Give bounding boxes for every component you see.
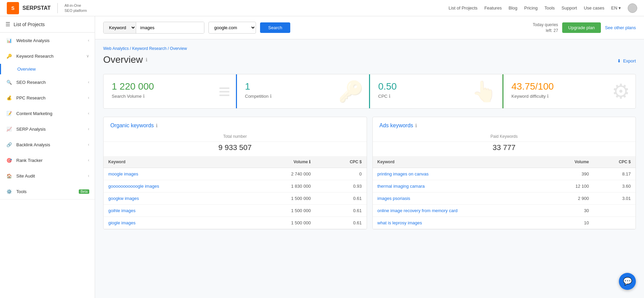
main-content: Keyword google.com Search Today queries …	[95, 16, 644, 298]
logo-area[interactable]: S SERPSTAT All-in-One SEO platform	[7, 2, 87, 14]
difficulty-info[interactable]: ℹ	[547, 93, 549, 99]
keyword-link[interactable]: gooooooooooogle images	[108, 184, 159, 189]
ads-keyword-cell: what is leprosy images	[373, 217, 547, 229]
chat-icon: 💬	[623, 277, 632, 286]
volume-sort-icon[interactable]: ℹ	[309, 160, 311, 164]
volume-cell: 1 830 000	[246, 180, 315, 192]
volume-cell: 1 500 000	[246, 205, 315, 217]
nav-blog[interactable]: Blog	[509, 5, 517, 11]
other-plans-link[interactable]: See other plans	[605, 25, 636, 30]
metrics-row: 1 220 000 Search Volume ℹ ≡ 1 Competitio…	[103, 74, 636, 109]
sidebar-item-backlink-analysis[interactable]: 🔗 Backlink Analysis ‹	[0, 137, 95, 152]
metric-cpc: 0.50 CPC ℹ 👆	[370, 74, 503, 108]
sidebar-item-tools[interactable]: ⚙️ Tools Beta	[0, 184, 95, 199]
breadcrumb-part-1[interactable]: Web Analytics	[103, 46, 129, 51]
rank-tracker-icon: 🎯	[5, 156, 13, 164]
keyword-link[interactable]: moogle images	[108, 171, 138, 176]
sidebar-header[interactable]: ☰ List of Projects	[0, 16, 95, 33]
content-area: Web Analytics / Keyword Research / Overv…	[95, 39, 644, 236]
nav-list-of-projects[interactable]: List of Projects	[448, 5, 477, 11]
table-row: what is leprosy images 10	[373, 217, 636, 229]
sidebar-item-serp-analysis[interactable]: 📈 SERP Analysis ‹	[0, 121, 95, 137]
table-row: goihle images 1 500 000 0.61	[104, 205, 367, 217]
table-row: gooooooooooogle images 1 830 000 0.93	[104, 180, 367, 192]
table-row: giogle images 1 500 000 0.61	[104, 217, 367, 229]
nav-support[interactable]: Support	[562, 5, 577, 11]
chevron-icon-3: ‹	[88, 80, 89, 85]
sidebar-item-keyword-research[interactable]: 🔑 Keyword Research ∨	[0, 48, 95, 64]
ads-volume-cell: 10	[547, 217, 594, 229]
upgrade-plan-button[interactable]: Upgrade plan	[562, 22, 601, 33]
export-button[interactable]: ⬇ Export	[617, 58, 636, 63]
sections-row: Organic keywords ℹ Total number 9 933 50…	[103, 117, 636, 229]
ads-cpc-cell: 3.60	[594, 180, 636, 192]
breadcrumb-sep-2: /	[168, 46, 170, 51]
backlink-analysis-icon: 🔗	[5, 141, 13, 148]
logo-divider	[57, 3, 58, 13]
organic-info-icon[interactable]: ℹ	[156, 123, 158, 128]
sidebar-item-rank-tracker[interactable]: 🎯 Rank Tracker ‹	[0, 152, 95, 168]
keyword-link[interactable]: giogle images	[108, 220, 135, 225]
ads-keyword-link[interactable]: images psoriasis	[378, 196, 410, 201]
ads-keyword-cell: thermal imaging camara	[373, 180, 547, 192]
ads-keyword-link[interactable]: thermal imaging camara	[378, 184, 425, 189]
queries-info: Today queries left: 27	[533, 22, 558, 34]
keyword-link[interactable]: goihle images	[108, 208, 135, 213]
competition-bg-icon: 🔑	[338, 79, 364, 104]
breadcrumb-part-2[interactable]: Keyword Research	[132, 46, 166, 51]
ads-cpc-cell	[594, 205, 636, 217]
competition-info[interactable]: ℹ	[270, 93, 272, 99]
sidebar-item-content-marketing[interactable]: 📝 Content Marketing ‹	[0, 106, 95, 121]
search-input[interactable]	[136, 22, 204, 33]
table-row: online image recovery from memory card 3…	[373, 205, 636, 217]
difficulty-value: 43.75/100	[512, 81, 628, 92]
user-avatar[interactable]	[628, 3, 637, 13]
logo-icon: S	[7, 2, 19, 14]
menu-icon: ☰	[5, 21, 10, 27]
ads-keyword-link[interactable]: printing images on canvas	[378, 171, 429, 176]
volume-cell: 1 500 000	[246, 192, 315, 205]
sidebar-item-ppc-research[interactable]: 💰 PPC Research ‹	[0, 90, 95, 106]
volume-cell: 1 500 000	[246, 217, 315, 229]
sidebar-item-website-analysis[interactable]: 📊 Website Analysis ‹	[0, 33, 95, 48]
chat-button[interactable]: 💬	[619, 273, 636, 290]
nav-tools[interactable]: Tools	[545, 5, 555, 11]
organic-col-cpc: CPC $	[315, 156, 366, 168]
sidebar-item-seo-research[interactable]: 🔍 SEO Research ‹	[0, 74, 95, 90]
organic-col-volume: Volume ℹ	[246, 156, 315, 168]
sidebar-item-site-audit[interactable]: 🏠 Site Audit ‹	[0, 168, 95, 184]
search-type-select[interactable]: Keyword	[104, 22, 136, 33]
ads-info-icon[interactable]: ℹ	[415, 123, 417, 128]
ads-keyword-cell: online image recovery from memory card	[373, 205, 547, 217]
nav-language[interactable]: EN ▾	[611, 5, 621, 11]
table-row: moogle images 2 740 000 0	[104, 168, 367, 180]
search-volume-info[interactable]: ℹ	[143, 93, 145, 99]
organic-total-label: Total number	[104, 131, 367, 142]
breadcrumb: Web Analytics / Keyword Research / Overv…	[103, 46, 636, 51]
serp-analysis-icon: 📈	[5, 125, 13, 133]
search-engine-select[interactable]: google.com	[208, 22, 256, 34]
keyword-link[interactable]: googkw images	[108, 196, 139, 201]
overview-info-icon[interactable]: ℹ	[146, 57, 147, 62]
keyword-cell: goihle images	[104, 205, 246, 217]
ads-paid-label: Paid Keywords	[373, 131, 636, 142]
ads-volume-cell: 390	[547, 168, 594, 180]
search-button[interactable]: Search	[260, 22, 290, 33]
ads-keyword-link[interactable]: what is leprosy images	[378, 220, 422, 225]
ads-keyword-cell: images psoriasis	[373, 192, 547, 205]
ads-keyword-link[interactable]: online image recovery from memory card	[378, 208, 458, 213]
nav-pricing[interactable]: Pricing	[524, 5, 538, 11]
keyword-cell: gooooooooooogle images	[104, 180, 246, 192]
search-volume-label: Search Volume ℹ	[112, 93, 228, 99]
nav-use-cases[interactable]: Use cases	[584, 5, 605, 11]
ads-col-cpc: CPC $	[594, 156, 636, 168]
cpc-info[interactable]: ℹ	[389, 93, 390, 99]
volume-cell: 2 740 000	[246, 168, 315, 180]
nav-features[interactable]: Features	[484, 5, 502, 11]
page-title: Overview ℹ	[103, 54, 147, 65]
metric-competition: 1 Competition ℹ 🔑	[237, 74, 370, 108]
beta-badge: Beta	[79, 189, 89, 194]
ads-table-header: Keyword Volume CPC $	[373, 156, 636, 168]
chevron-icon-2: ∨	[86, 54, 89, 58]
sidebar-sub-overview[interactable]: Overview	[0, 64, 95, 74]
